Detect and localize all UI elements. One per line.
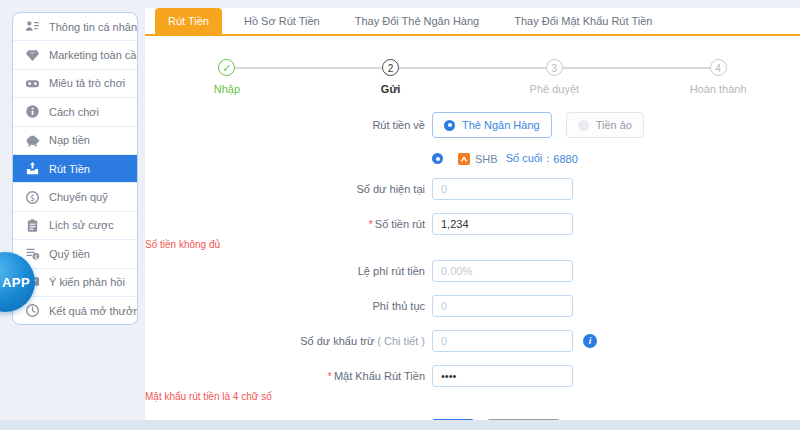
option-bank-card[interactable]: Thẻ Ngân Hàng	[432, 112, 552, 138]
clipboard-icon	[25, 218, 40, 233]
required-asterisk: *	[369, 218, 373, 230]
fee-input[interactable]	[432, 260, 573, 282]
sidebar-item-label: Cách chơi	[49, 106, 99, 118]
sidebar-item-label: Nạp tiền	[49, 134, 90, 146]
dollar-circle-icon: $	[25, 190, 40, 205]
sidebar-item-label: Rút Tiền	[49, 163, 90, 175]
piggy-bank-icon	[25, 133, 40, 148]
password-hint: Mật khẩu rút tiền là 4 chữ số	[145, 391, 800, 402]
withdraw-to-row: Rút tiền về Thẻ Ngân Hàng Tiền ảo	[145, 112, 800, 138]
processing-fee-label: Phí thủ tục	[145, 300, 432, 312]
radio-selected-icon	[432, 153, 443, 164]
fee-label: Lệ phí rút tiền	[145, 265, 432, 277]
sidebar-item-withdraw[interactable]: Rút Tiền	[13, 155, 137, 183]
sidebar-item-transfer-funds[interactable]: $ Chuyển quỹ	[13, 183, 137, 211]
page-bottom-strip	[0, 420, 800, 430]
sidebar-item-money-fund[interactable]: $ Quỹ tiền	[13, 240, 137, 268]
step-label: Phê duyệt	[473, 83, 637, 95]
processing-fee-row: Phí thủ tục	[145, 295, 800, 317]
svg-text:$: $	[30, 192, 35, 202]
current-balance-label: Số dư hiện tại	[145, 183, 432, 195]
step-complete: 4 Hoàn thành	[636, 59, 800, 95]
step-number: 3	[546, 59, 563, 76]
bank-card-row[interactable]: SHB Số cuối： 6880	[432, 151, 800, 166]
amount-input[interactable]	[432, 213, 573, 235]
tab-withdraw[interactable]: Rút Tiền	[155, 8, 222, 34]
current-balance-input[interactable]	[432, 178, 573, 200]
gamepad-icon	[25, 76, 40, 91]
sidebar-item-label: Quỹ tiền	[49, 248, 90, 260]
deduction-row: Số dư khấu trừ ( Chi tiết ) i	[145, 330, 800, 352]
password-label: *Mật Khẩu Rút Tiền	[145, 370, 432, 382]
withdraw-form: Rút tiền về Thẻ Ngân Hàng Tiền ảo SHB Số…	[145, 112, 800, 430]
progress-stepper: ✓ Nhập 2 Gửi 3 Phê duyệt 4 Hoàn thành	[145, 59, 800, 95]
current-balance-row: Số dư hiện tại	[145, 178, 800, 200]
step-number: 2	[382, 59, 399, 76]
deduction-input[interactable]	[432, 330, 573, 352]
bank-last-digits: 6880	[553, 153, 577, 165]
step-label: Nhập	[145, 83, 309, 95]
sidebar-item-label: Miêu tả trò chơi	[49, 77, 125, 89]
step-input: ✓ Nhập	[145, 59, 309, 95]
withdraw-password-input[interactable]	[432, 365, 573, 387]
amount-row: *Số tiền rút	[145, 213, 800, 235]
step-approve: 3 Phê duyệt	[473, 59, 637, 95]
radio-selected-icon	[444, 120, 455, 131]
bank-name: SHB	[475, 153, 498, 165]
withdraw-to-label: Rút tiền về	[145, 119, 432, 131]
sidebar-item-how-to-play[interactable]: Cách chơi	[13, 98, 137, 126]
person-card-icon	[25, 19, 40, 34]
processing-fee-input[interactable]	[432, 295, 573, 317]
sidebar-item-label: Kết quả mở thưởng	[49, 305, 138, 317]
step-label: Hoàn thành	[636, 83, 800, 95]
amount-label: *Số tiền rút	[145, 218, 432, 230]
info-icon[interactable]: i	[583, 334, 597, 348]
info-circle-icon	[25, 104, 40, 119]
sidebar-item-deposit[interactable]: Nạp tiền	[13, 127, 137, 155]
money-list-icon: $	[25, 246, 40, 261]
sidebar-item-personal-info[interactable]: Thông tin cá nhân	[13, 13, 137, 41]
tab-change-withdraw-password[interactable]: Thay Đổi Mật Khẩu Rút Tiền	[501, 8, 665, 34]
sidebar-item-game-description[interactable]: Miêu tả trò chơi	[13, 70, 137, 98]
bank-last-digits-label: Số cuối：	[506, 151, 554, 166]
svg-text:$: $	[34, 253, 38, 260]
app-bubble-label: APP	[2, 275, 30, 290]
clock-icon	[25, 303, 40, 318]
sidebar-item-bet-history[interactable]: Lịch sử cược	[13, 212, 137, 240]
shb-bank-logo-icon	[458, 153, 470, 165]
main-content: Rút Tiền Hồ Sơ Rút Tiền Thay Đổi Thẻ Ngâ…	[145, 8, 800, 420]
gem-icon	[25, 48, 40, 63]
sidebar-item-label: Marketing toàn cầu	[49, 49, 138, 61]
deduction-label: Số dư khấu trừ ( Chi tiết )	[145, 335, 432, 347]
sidebar-item-label: Chuyển quỹ	[49, 191, 108, 203]
sidebar-item-label: Ý kiến phản hồi	[49, 276, 125, 288]
withdraw-icon	[25, 161, 40, 176]
radio-unselected-icon	[578, 120, 589, 131]
sidebar-item-lottery-results[interactable]: Kết quả mở thưởng	[13, 297, 137, 324]
check-icon: ✓	[218, 59, 235, 76]
deduction-detail-link[interactable]: ( Chi tiết )	[377, 335, 425, 347]
step-label: Gửi	[309, 83, 473, 95]
tab-withdraw-records[interactable]: Hồ Sơ Rút Tiền	[231, 8, 333, 34]
option-virtual-currency[interactable]: Tiền ảo	[566, 112, 644, 138]
required-asterisk: *	[328, 370, 332, 382]
amount-error: Số tiền không đủ	[145, 239, 800, 250]
sidebar-item-label: Thông tin cá nhân	[49, 21, 137, 33]
step-send: 2 Gửi	[309, 59, 473, 95]
sidebar-item-marketing[interactable]: Marketing toàn cầu	[13, 41, 137, 69]
password-row: *Mật Khẩu Rút Tiền	[145, 365, 800, 387]
sidebar-item-label: Lịch sử cược	[49, 219, 114, 231]
withdraw-tabbar: Rút Tiền Hồ Sơ Rút Tiền Thay Đổi Thẻ Ngâ…	[145, 8, 800, 36]
step-number: 4	[710, 59, 727, 76]
tab-change-bank-card[interactable]: Thay Đổi Thẻ Ngân Hàng	[342, 8, 493, 34]
fee-row: Lệ phí rút tiền	[145, 260, 800, 282]
